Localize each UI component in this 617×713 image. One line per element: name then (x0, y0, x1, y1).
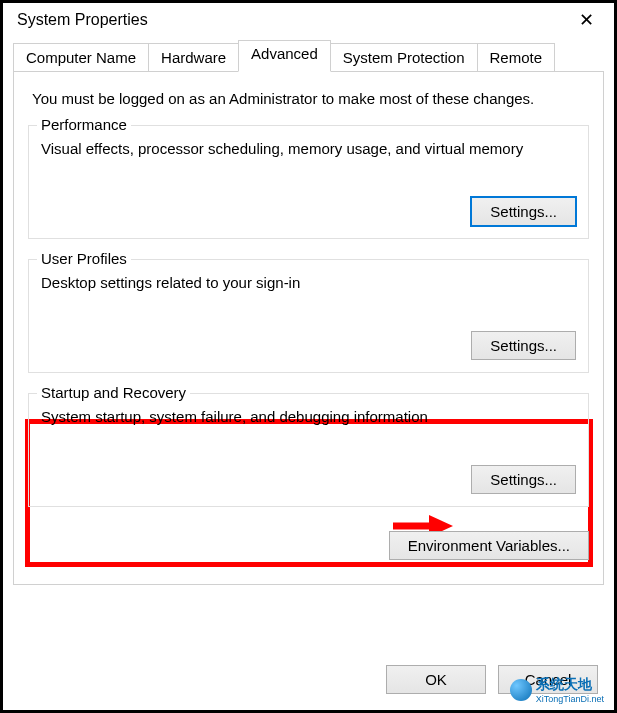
startup-recovery-settings-button[interactable]: Settings... (471, 465, 576, 494)
titlebar: System Properties ✕ (3, 3, 614, 41)
advanced-tab-panel: You must be logged on as an Administrato… (13, 71, 604, 585)
tab-remote[interactable]: Remote (477, 43, 556, 71)
admin-intro-text: You must be logged on as an Administrato… (28, 90, 589, 107)
tab-strip: Computer Name Hardware Advanced System P… (13, 41, 604, 71)
tab-system-protection[interactable]: System Protection (330, 43, 478, 71)
watermark-url: XiTongTianDi.net (536, 694, 604, 704)
user-profiles-group: User Profiles Desktop settings related t… (28, 259, 589, 373)
tab-computer-name[interactable]: Computer Name (13, 43, 149, 71)
tab-hardware[interactable]: Hardware (148, 43, 239, 71)
system-properties-window: System Properties ✕ Computer Name Hardwa… (0, 0, 617, 713)
startup-recovery-group: Startup and Recovery System startup, sys… (28, 393, 589, 507)
watermark-text-cn: 系统天地 (536, 676, 592, 692)
performance-description: Visual effects, processor scheduling, me… (41, 140, 576, 157)
performance-legend: Performance (37, 116, 131, 133)
close-button[interactable]: ✕ (567, 9, 606, 31)
tab-advanced[interactable]: Advanced (238, 40, 331, 72)
performance-settings-button[interactable]: Settings... (471, 197, 576, 226)
watermark: 系统天地 XiTongTianDi.net (510, 676, 604, 704)
watermark-logo-icon (510, 679, 532, 701)
user-profiles-legend: User Profiles (37, 250, 131, 267)
startup-recovery-description: System startup, system failure, and debu… (41, 408, 576, 425)
startup-recovery-legend: Startup and Recovery (37, 384, 190, 401)
user-profiles-description: Desktop settings related to your sign-in (41, 274, 576, 291)
performance-group: Performance Visual effects, processor sc… (28, 125, 589, 239)
environment-variables-button[interactable]: Environment Variables... (389, 531, 589, 560)
user-profiles-settings-button[interactable]: Settings... (471, 331, 576, 360)
window-title: System Properties (17, 11, 148, 29)
ok-button[interactable]: OK (386, 665, 486, 694)
